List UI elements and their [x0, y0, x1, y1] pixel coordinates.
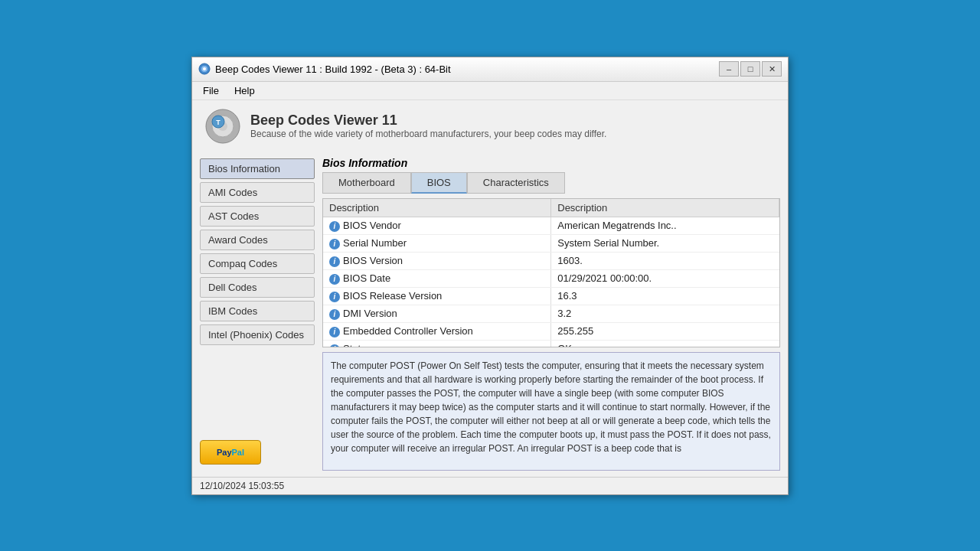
app-icon [198, 63, 211, 75]
sidebar-item-bios-information[interactable]: Bios Information [200, 158, 315, 179]
app-logo: T [204, 108, 241, 145]
main-window: Beep Codes Viewer 11 : Build 1992 - (Bet… [191, 57, 789, 495]
status-datetime: 12/10/2024 15:03:55 [200, 481, 284, 491]
menu-file[interactable]: File [198, 83, 224, 98]
table-cell-value: 16.3 [551, 287, 779, 305]
sidebar-item-compaq-codes[interactable]: Compaq Codes [200, 253, 315, 274]
info-icon: i [329, 239, 340, 249]
paypal-area: PayPal [192, 434, 322, 471]
info-icon: i [329, 309, 340, 320]
sidebar-item-ami-codes[interactable]: AMI Codes [200, 182, 315, 203]
sidebar-item-ibm-codes[interactable]: IBM Codes [200, 301, 315, 321]
table-row: iBIOS Date01/29/2021 00:00:00. [323, 269, 779, 287]
title-bar-text: Beep Codes Viewer 11 : Build 1992 - (Bet… [215, 64, 451, 75]
table-cell-field: iBIOS Release Version [323, 287, 551, 305]
sidebar-item-intel-phoenix-codes[interactable]: Intel (Phoenix) Codes [200, 324, 315, 345]
tab-bios[interactable]: BIOS [411, 172, 467, 194]
title-bar: Beep Codes Viewer 11 : Build 1992 - (Bet… [192, 57, 788, 82]
table-cell-field: iSerial Number [323, 234, 551, 252]
info-icon: i [329, 256, 340, 267]
table-cell-value: 01/29/2021 00:00:00. [551, 269, 779, 287]
svg-point-2 [203, 67, 206, 70]
info-icon: i [329, 344, 340, 347]
bios-section-title: Bios Information [322, 152, 780, 172]
table-cell-value: OK [551, 340, 779, 347]
table-cell-field: iStatus [323, 340, 551, 347]
title-bar-left: Beep Codes Viewer 11 : Build 1992 - (Bet… [198, 63, 451, 75]
table-row: iStatusOK [323, 340, 779, 347]
table-cell-value: 1603. [551, 252, 779, 269]
app-subtitle: Because of the wide variety of motherboa… [250, 129, 606, 139]
window-controls: – □ ✕ [719, 61, 782, 77]
paypal-button[interactable]: PayPal [200, 440, 261, 465]
table-cell-field: iDMI Version [323, 305, 551, 322]
tabs: Motherboard BIOS Characteristics [322, 172, 780, 194]
sidebar-item-award-codes[interactable]: Award Codes [200, 230, 315, 250]
table-row: iSerial NumberSystem Serial Number. [323, 234, 779, 252]
left-column: Bios Information AMI Codes AST Codes Awa… [192, 152, 322, 471]
sidebar-item-dell-codes[interactable]: Dell Codes [200, 277, 315, 298]
info-icon: i [329, 327, 340, 337]
table-cell-field: iEmbedded Controller Version [323, 322, 551, 340]
info-icon: i [329, 274, 340, 285]
table-cell-value: 255.255 [551, 322, 779, 340]
sidebar: Bios Information AMI Codes AST Codes Awa… [192, 152, 322, 351]
table-cell-value: System Serial Number. [551, 234, 779, 252]
sidebar-item-ast-codes[interactable]: AST Codes [200, 206, 315, 227]
info-icon: i [329, 292, 340, 302]
bios-table-container: Description Description iBIOS VendorAmer… [322, 198, 780, 347]
table-cell-value: 3.2 [551, 305, 779, 322]
minimize-button[interactable]: – [719, 61, 739, 77]
table-row: iBIOS Version1603. [323, 252, 779, 269]
paypal-label: PayPal [217, 448, 244, 457]
maximize-button[interactable]: □ [740, 61, 760, 77]
table-col1-header: Description [323, 199, 551, 217]
menu-bar: File Help [192, 82, 788, 100]
table-cell-value: American Megatrends Inc.. [551, 217, 779, 234]
table-row: iDMI Version3.2 [323, 305, 779, 322]
main-content: Bios Information AMI Codes AST Codes Awa… [192, 152, 788, 477]
table-row: iEmbedded Controller Version255.255 [323, 322, 779, 340]
table-row: iBIOS VendorAmerican Megatrends Inc.. [323, 217, 779, 234]
table-cell-field: iBIOS Vendor [323, 217, 551, 234]
svg-text:T: T [216, 119, 220, 126]
info-icon: i [329, 221, 340, 232]
bios-table: Description Description iBIOS VendorAmer… [323, 199, 779, 347]
content-area: Bios Information Motherboard BIOS Charac… [322, 152, 788, 471]
app-header: T Beep Codes Viewer 11 Because of the wi… [192, 100, 788, 152]
table-row: iBIOS Release Version16.3 [323, 287, 779, 305]
menu-help[interactable]: Help [230, 83, 260, 98]
tab-characteristics[interactable]: Characteristics [467, 172, 565, 194]
close-button[interactable]: ✕ [762, 61, 782, 77]
table-cell-field: iBIOS Version [323, 252, 551, 269]
app-title-area: Beep Codes Viewer 11 Because of the wide… [250, 112, 606, 139]
table-col2-header: Description [551, 199, 779, 217]
app-title: Beep Codes Viewer 11 [250, 112, 606, 129]
status-bar: 12/10/2024 15:03:55 [192, 477, 788, 494]
tab-motherboard[interactable]: Motherboard [322, 172, 411, 194]
description-box: The computer POST (Power On Self Test) t… [322, 352, 780, 471]
table-cell-field: iBIOS Date [323, 269, 551, 287]
